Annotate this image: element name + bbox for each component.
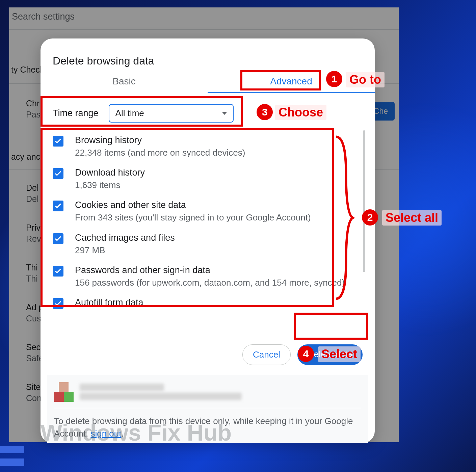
check-icon: [55, 138, 61, 144]
dialog-actions: Cancel Delete data: [41, 334, 375, 375]
option-sub: 1,639 items: [75, 179, 145, 191]
checkbox-cached[interactable]: [53, 233, 63, 244]
list-item: Download history 1,639 items: [53, 163, 365, 195]
option-title: Browsing history: [75, 134, 245, 146]
option-sub: 297 MB: [75, 244, 175, 256]
list-item: Browsing history 22,348 items (and more …: [53, 130, 365, 163]
option-sub: 22,348 items (and more on synced devices…: [75, 147, 245, 159]
dialog-tabs: Basic Advanced: [41, 73, 375, 93]
checkbox-passwords[interactable]: [53, 266, 63, 277]
option-title: Passwords and other sign-in data: [75, 264, 345, 276]
list-item: Passwords and other sign-in data 156 pas…: [53, 260, 365, 293]
checkbox-cookies[interactable]: [53, 201, 63, 211]
option-title: Autofill form data: [75, 297, 143, 309]
option-sub: 156 passwords (for upwork.com, dataon.co…: [75, 277, 345, 289]
checkbox-download-history[interactable]: [53, 168, 63, 179]
checkbox-autofill[interactable]: [53, 298, 63, 309]
option-title: Cached images and files: [75, 232, 175, 244]
time-range-value: All time: [115, 108, 144, 119]
tab-basic[interactable]: Basic: [41, 73, 208, 93]
list-item: Cookies and other site data From 343 sit…: [53, 195, 365, 228]
dialog-body: Time range All time Browsing history 22,…: [41, 93, 375, 334]
check-icon: [55, 171, 61, 176]
tab-advanced[interactable]: Advanced: [208, 73, 375, 93]
check-icon: [55, 268, 61, 274]
checkbox-browsing-history[interactable]: [53, 136, 63, 147]
time-range-select[interactable]: All time: [109, 104, 234, 123]
avatar: [54, 382, 74, 402]
option-title: Download history: [75, 167, 145, 179]
delete-data-button[interactable]: Delete data: [297, 344, 363, 365]
scrollbar[interactable]: [363, 130, 365, 334]
check-icon: [55, 236, 61, 241]
delete-browsing-data-dialog: Delete browsing data Basic Advanced Time…: [41, 38, 375, 443]
sign-out-link[interactable]: sign out: [90, 428, 121, 439]
chevron-down-icon: [222, 112, 227, 115]
account-note-text: .: [121, 428, 124, 439]
check-icon: [55, 301, 61, 306]
option-title: Cookies and other site data: [75, 199, 311, 211]
blurred-email: [80, 393, 242, 400]
scrollbar-thumb[interactable]: [363, 130, 365, 272]
time-range-row: Time range All time: [53, 104, 363, 123]
account-note: To delete browsing data from this device…: [54, 408, 361, 440]
dialog-title: Delete browsing data: [41, 38, 375, 73]
list-item: Autofill form data: [53, 293, 365, 313]
blurred-name: [80, 384, 164, 391]
time-range-label: Time range: [53, 108, 99, 119]
check-icon: [55, 203, 61, 209]
options-list: Browsing history 22,348 items (and more …: [53, 130, 365, 334]
cancel-button[interactable]: Cancel: [242, 344, 291, 365]
option-sub: From 343 sites (you'll stay signed in to…: [75, 212, 311, 224]
list-item: Cached images and files 297 MB: [53, 228, 365, 260]
account-info-box: To delete browsing data from this device…: [47, 375, 368, 443]
taskbar-hint: [0, 458, 24, 466]
taskbar-hint: [0, 446, 24, 453]
